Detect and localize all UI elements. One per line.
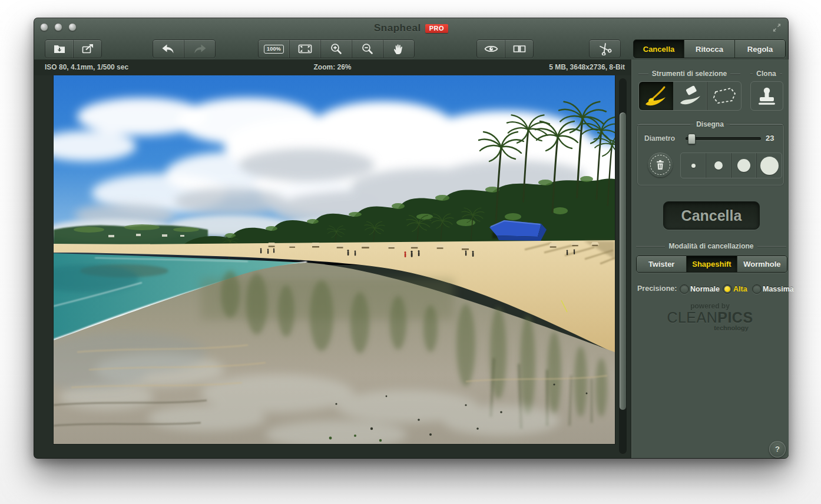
- hand-tool-button[interactable]: [383, 40, 414, 58]
- app-title: Snapheal: [374, 22, 421, 34]
- brush-size-3-button[interactable]: [731, 153, 757, 178]
- undo-icon: [161, 43, 176, 55]
- brush-size-1-button[interactable]: [681, 153, 706, 178]
- erase-mode-legend: Modalità di cancellazione: [636, 242, 786, 250]
- eraser-icon: [677, 85, 703, 107]
- title-toolbar: Snapheal PRO: [34, 18, 788, 60]
- cleanpics-logo: CLEANPICS: [631, 310, 789, 324]
- canvas-area: [34, 75, 631, 458]
- minimize-button[interactable]: [54, 23, 62, 31]
- zoom-in-icon: [330, 42, 343, 55]
- redo-button[interactable]: [184, 40, 215, 58]
- beach-photo: [54, 75, 615, 444]
- tab-regola[interactable]: Regola: [735, 40, 785, 58]
- info-bar: ISO 80, 4.1mm, 1/500 sec Zoom: 26% 5 MB,…: [34, 59, 631, 76]
- diameter-slider-handle[interactable]: [688, 134, 696, 144]
- split-view-button[interactable]: [505, 40, 533, 58]
- zoom-out-icon: [361, 42, 374, 55]
- zoom-in-button[interactable]: [321, 40, 352, 58]
- mode-twister-button[interactable]: Twister: [637, 256, 687, 272]
- clone-stamp-button[interactable]: [751, 82, 783, 110]
- selection-tools-legend: Strumenti di selezione: [638, 69, 740, 78]
- precision-normale-radio[interactable]: [680, 284, 689, 294]
- zoom-button[interactable]: [68, 23, 77, 31]
- history-group: [153, 39, 216, 58]
- photo-canvas[interactable]: [54, 75, 615, 444]
- zoom-level: Zoom: 26%: [34, 63, 631, 71]
- tab-ritocca[interactable]: Ritocca: [684, 40, 735, 58]
- precision-normale-label[interactable]: Normale: [690, 285, 720, 293]
- zoom-group: 100%: [258, 39, 415, 58]
- fit-screen-button[interactable]: [290, 40, 321, 58]
- precision-massima-label[interactable]: Massima: [763, 285, 794, 293]
- mode-tabs: Cancella Ritocca Regola: [633, 39, 786, 58]
- lasso-tool-button[interactable]: [707, 82, 741, 110]
- hand-icon: [392, 42, 405, 55]
- diameter-value: 23: [766, 134, 774, 142]
- precision-row: Precisione: Normale Alta Massima: [637, 284, 784, 294]
- fullscreen-icon: [772, 22, 782, 33]
- crop-group: [589, 39, 621, 58]
- tab-cancella[interactable]: Cancella: [634, 40, 684, 58]
- file-info: 5 MB, 3648x2736, 8-Bit: [549, 63, 625, 71]
- open-image-button[interactable]: [45, 40, 74, 58]
- zoom-100-icon: 100%: [264, 45, 284, 54]
- scissors-icon: [598, 42, 612, 55]
- crop-button[interactable]: [590, 40, 620, 58]
- undo-button[interactable]: [153, 40, 184, 58]
- fullscreen-button[interactable]: [772, 22, 782, 33]
- erase-mode-segmented: Twister Shapeshift Wormhole: [636, 256, 787, 273]
- eraser-tool-button[interactable]: [673, 82, 707, 110]
- brush-icon: [643, 85, 669, 107]
- powered-by-text: powered by: [631, 302, 789, 310]
- cleanpics-branding: powered by CLEANPICS technology: [631, 302, 789, 331]
- scrollbar-thumb[interactable]: [620, 112, 626, 410]
- split-view-icon: [512, 44, 527, 54]
- trash-icon: [656, 160, 665, 170]
- app-window: Snapheal PRO: [34, 18, 789, 459]
- file-group: [45, 39, 102, 58]
- selection-tools-group: [638, 81, 741, 111]
- zoom-100-button[interactable]: 100%: [259, 40, 290, 58]
- brush-size-group: [680, 152, 782, 178]
- clone-legend: Clona: [750, 69, 782, 78]
- dashed-circle: [650, 155, 670, 175]
- precision-alta-radio[interactable]: [723, 284, 732, 294]
- clone-tool-group: [750, 81, 783, 111]
- vertical-scrollbar[interactable]: [619, 78, 627, 454]
- precision-alta-label[interactable]: Alta: [733, 285, 747, 293]
- traffic-lights: [40, 23, 77, 31]
- preview-button[interactable]: [477, 40, 505, 58]
- stamp-icon: [755, 85, 779, 107]
- zoom-out-button[interactable]: [352, 40, 383, 58]
- mode-shapeshift-button[interactable]: Shapeshift: [687, 256, 737, 272]
- precision-massima-radio[interactable]: [752, 284, 762, 294]
- erase-action-button[interactable]: Cancella: [663, 201, 760, 230]
- view-group: [476, 39, 534, 58]
- fit-screen-icon: [297, 43, 313, 55]
- close-button[interactable]: [40, 23, 48, 31]
- brush-tool-button[interactable]: [639, 82, 673, 110]
- export-icon: [81, 43, 95, 55]
- brush-size-4-button[interactable]: [757, 153, 782, 178]
- diameter-slider[interactable]: [686, 137, 761, 140]
- precision-label: Precisione:: [637, 284, 677, 293]
- pro-badge: PRO: [425, 24, 448, 33]
- lasso-icon: [710, 85, 739, 107]
- import-folder-icon: [52, 43, 67, 55]
- mode-wormhole-button[interactable]: Wormhole: [737, 256, 787, 272]
- export-button[interactable]: [74, 40, 101, 58]
- eye-icon: [484, 44, 499, 54]
- help-button[interactable]: ?: [769, 441, 786, 457]
- redo-icon: [192, 43, 207, 55]
- brush-size-2-button[interactable]: [706, 153, 731, 178]
- draw-legend: Disegna: [637, 120, 783, 128]
- clear-selection-button[interactable]: [648, 152, 673, 177]
- tool-panel: Strumenti di selezione Clona: [631, 59, 789, 458]
- diameter-label: Diametro: [644, 134, 675, 142]
